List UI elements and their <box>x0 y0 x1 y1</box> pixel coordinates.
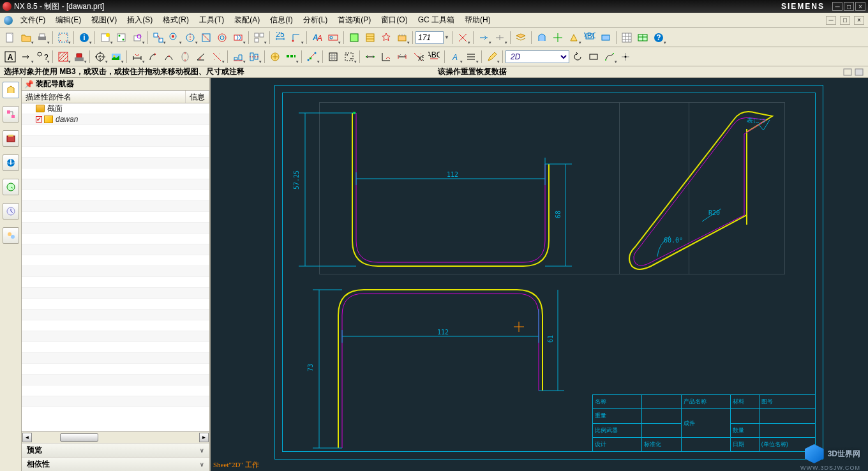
tree-item-section[interactable]: 截面 <box>22 103 209 114</box>
custom-symbol-button[interactable] <box>283 49 299 64</box>
curve-button[interactable] <box>602 49 617 64</box>
part-nav-tab[interactable] <box>3 106 19 123</box>
align-center-button[interactable] <box>246 49 262 64</box>
auto-balloon-button[interactable] <box>378 30 394 45</box>
dim-value-input[interactable] <box>415 31 444 44</box>
menu-tools[interactable]: 工具(T) <box>195 13 228 27</box>
menu-gc-toolbox[interactable]: GC 工具箱 <box>414 13 458 27</box>
vert-dim-button[interactable] <box>146 49 161 64</box>
rect-button[interactable] <box>586 49 601 64</box>
line-tool-button[interactable] <box>463 49 479 64</box>
dim-vert-button[interactable] <box>378 49 394 64</box>
wcs-orient-button[interactable] <box>550 30 565 45</box>
base-view-button[interactable] <box>130 30 145 45</box>
sheet-new-button[interactable] <box>98 30 113 45</box>
dim-ext-button[interactable] <box>394 49 410 64</box>
menu-format[interactable]: 格式(R) <box>159 13 193 27</box>
ordinate-dim-button[interactable] <box>288 30 304 45</box>
revolved-section-button[interactable] <box>214 30 230 45</box>
menu-help[interactable]: 帮助(H) <box>461 13 495 27</box>
scroll-right-button[interactable]: ► <box>199 433 209 442</box>
history-tab[interactable] <box>3 179 19 195</box>
menu-file[interactable]: 文件(F) <box>17 13 49 27</box>
view-wizard-button[interactable] <box>114 30 129 45</box>
nav-col-info[interactable]: 信息 <box>186 91 209 103</box>
snap-button[interactable] <box>341 49 357 64</box>
edit-style-button[interactable] <box>455 30 470 45</box>
point-button[interactable] <box>618 49 633 64</box>
dimension-button[interactable]: 25 <box>273 30 288 45</box>
history2-tab[interactable] <box>3 203 19 220</box>
table-button[interactable] <box>635 30 650 45</box>
perp-dim-button[interactable] <box>177 49 193 64</box>
drawing-canvas[interactable]: 112 57.25 68 112 73 61 60.0° R <box>211 78 868 471</box>
parallel-dim-button[interactable] <box>161 49 177 64</box>
status-icon-2[interactable] <box>854 68 864 77</box>
dim-abc-button[interactable]: ABC <box>426 49 442 64</box>
minimize-button[interactable]: ─ <box>832 2 842 11</box>
menu-prefs[interactable]: 首选项(P) <box>334 13 375 27</box>
doc-restore-button[interactable]: □ <box>840 16 850 25</box>
menu-edit[interactable]: 编辑(E) <box>52 13 85 27</box>
projected-view-button[interactable] <box>151 30 166 45</box>
pencil-button[interactable] <box>484 49 500 64</box>
half-section-button[interactable] <box>198 30 214 45</box>
menu-window[interactable]: 窗口(O) <box>377 13 411 27</box>
roles-tab[interactable] <box>3 227 19 244</box>
note-button[interactable]: AA <box>310 30 325 45</box>
menu-assembly[interactable]: 装配(A) <box>230 13 264 27</box>
symbol-button[interactable] <box>267 49 283 64</box>
undo-button[interactable] <box>570 49 585 64</box>
checkbox-icon[interactable]: ✔ <box>36 116 42 123</box>
dim-text-button[interactable]: x5 <box>410 49 426 64</box>
text-tool-button[interactable]: A <box>447 49 463 64</box>
help-button[interactable]: ? <box>651 30 666 45</box>
scroll-thumb[interactable] <box>60 433 98 442</box>
status-icon-1[interactable] <box>842 68 853 77</box>
pin-icon[interactable]: 📌 <box>24 80 33 89</box>
feature-control-button[interactable] <box>326 30 341 45</box>
detail-view-button[interactable] <box>167 30 182 45</box>
chamfer-dim-button[interactable] <box>209 49 225 64</box>
fit-button[interactable] <box>56 30 71 45</box>
menu-view[interactable]: 视图(V) <box>87 13 121 27</box>
align-left-button[interactable] <box>230 49 246 64</box>
centerline-button[interactable] <box>93 49 108 64</box>
nav-preview-section[interactable]: 预览 ∨ <box>22 443 209 457</box>
new-button[interactable] <box>3 30 18 45</box>
dim-horiz-button[interactable] <box>363 49 378 64</box>
menu-info[interactable]: 信息(I) <box>266 13 296 27</box>
tabular-note-button[interactable] <box>347 30 362 45</box>
arrow-style-button[interactable] <box>19 49 34 64</box>
web-tab[interactable]: i <box>3 154 19 171</box>
tree-item-dawan[interactable]: ✔ dawan <box>22 114 209 125</box>
menu-insert[interactable]: 插入(S) <box>123 13 156 27</box>
scroll-left-button[interactable]: ◄ <box>22 433 32 442</box>
angle-dim-button[interactable] <box>193 49 209 64</box>
close-button[interactable]: × <box>855 2 865 11</box>
spreadsheet-button[interactable] <box>619 30 634 45</box>
sketch-button[interactable] <box>304 49 320 64</box>
assembly-nav-tab[interactable] <box>3 82 19 98</box>
nav-col-name[interactable]: 描述性部件名 <box>22 91 186 103</box>
info-button[interactable]: i <box>77 30 92 45</box>
doc-minimize-button[interactable]: ─ <box>826 16 836 25</box>
datum-button[interactable]: ABC <box>582 30 597 45</box>
nav-deps-section[interactable]: 相依性 ∨ <box>22 457 209 471</box>
image-button[interactable] <box>108 49 124 64</box>
menu-analysis[interactable]: 分析(L) <box>299 13 332 27</box>
balloon-button[interactable] <box>394 30 410 45</box>
layer-settings-button[interactable] <box>513 30 528 45</box>
update-views-button[interactable] <box>251 30 267 45</box>
grid-button[interactable] <box>326 49 341 64</box>
doc-close-button[interactable]: × <box>854 16 864 25</box>
nav-tree[interactable]: 截面 ✔ dawan <box>22 103 209 431</box>
parts-list-button[interactable] <box>363 30 378 45</box>
print-button[interactable] <box>34 30 50 45</box>
section-view-button[interactable] <box>183 30 198 45</box>
fill-button[interactable] <box>71 49 87 64</box>
open-button[interactable] <box>19 30 34 45</box>
reset-button[interactable] <box>492 30 507 45</box>
maximize-button[interactable]: □ <box>844 2 854 11</box>
line-style-button[interactable]: ? <box>34 49 50 64</box>
